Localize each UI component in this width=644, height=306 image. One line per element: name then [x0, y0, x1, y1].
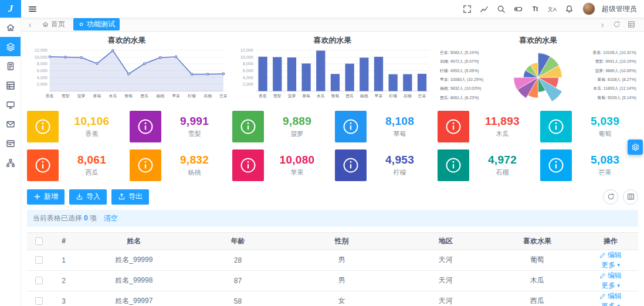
tab-active-label: 功能测试 [87, 19, 115, 29]
sidebar-item-mail[interactable] [0, 114, 21, 134]
column-header: 地区 [400, 232, 492, 250]
header-toolbar: Tt文A 超级管理员 [460, 2, 644, 15]
add-button-label: 新增 [44, 192, 58, 202]
stat-card: 10,080苹果 [232, 148, 330, 182]
sidebar-item-monitor[interactable] [0, 95, 21, 114]
sidebar-item-home[interactable] [0, 18, 21, 37]
svg-text:石榴: 4972人 (5.07%): 石榴: 4972人 (5.07%) [440, 59, 479, 64]
linechart-icon[interactable] [477, 2, 490, 15]
svg-text:芒果: 芒果 [219, 94, 227, 98]
stat-value: 9,832 [161, 154, 228, 166]
row-checkbox[interactable] [35, 277, 43, 284]
tab-home-label: 首页 [51, 19, 65, 29]
pie-chart-title: 喜欢的水果 [438, 35, 638, 46]
column-header: 性别 [284, 232, 400, 250]
cell-age: 28 [192, 250, 283, 270]
svg-text:芒果: 芒果 [418, 94, 426, 98]
sidebar-item-grid[interactable] [0, 76, 21, 95]
admin-name[interactable]: 超级管理员 [602, 4, 637, 14]
columns-setting-button[interactable] [623, 189, 638, 205]
caret-down-icon: ▾ [617, 283, 620, 288]
switch-icon[interactable] [511, 2, 524, 15]
cell-fruit: 木瓜 [492, 270, 583, 291]
row-checkbox[interactable] [35, 256, 43, 264]
stat-card: 9,991雪梨 [130, 110, 228, 144]
stat-card: 4,972石榴 [438, 148, 535, 182]
svg-text:苹果: 苹果 [172, 94, 180, 98]
fontsize-icon[interactable]: Tt [528, 2, 541, 15]
bell-icon[interactable] [562, 2, 575, 15]
refresh-icon[interactable] [613, 21, 621, 29]
user-avatar[interactable] [582, 2, 595, 15]
edit-link[interactable]: 编辑 [599, 291, 622, 301]
svg-text:苹果: 苹果 [374, 94, 382, 98]
caret-down-icon: ▾ [617, 303, 620, 306]
add-button[interactable]: 新增 [27, 189, 65, 205]
tab-active[interactable]: 功能测试 [73, 18, 120, 30]
column-header: 姓名 [76, 232, 192, 250]
stat-card: 9,832杨桃 [130, 148, 228, 182]
cell-name: 姓名_99998 [76, 270, 192, 291]
import-button[interactable]: 导入 [69, 189, 107, 205]
svg-text:菠萝: 9889人 (10.09%): 菠萝: 9889人 (10.09%) [595, 69, 636, 73]
cell-age: 87 [192, 270, 283, 291]
sidebar-item-layers[interactable] [0, 37, 21, 56]
svg-text:杨桃: 9832人 (10.03%): 杨桃: 9832人 (10.03%) [439, 86, 481, 91]
more-link[interactable]: 更多▾ [601, 260, 620, 270]
layout-grid-icon[interactable] [628, 21, 636, 29]
clear-selection-link[interactable]: 清空 [104, 214, 118, 222]
more-link[interactable]: 更多▾ [601, 281, 620, 291]
info-icon [130, 111, 161, 142]
row-checkbox[interactable] [35, 297, 43, 305]
line-chart-title: 喜欢的水果 [27, 35, 227, 46]
sidebar-item-doc[interactable] [0, 56, 21, 76]
stat-value: 9,991 [161, 115, 228, 128]
select-all-checkbox[interactable] [35, 237, 43, 245]
info-icon [540, 149, 572, 181]
svg-text:4,000: 4,000 [37, 75, 48, 80]
hamburger-icon[interactable] [26, 2, 39, 15]
tab-home[interactable]: 首页 [38, 18, 70, 30]
refresh-table-button[interactable] [603, 189, 618, 205]
translate-icon[interactable]: 文A [545, 2, 558, 15]
tab-bar: ‹ 首页 功能测试 › [21, 18, 644, 32]
cell-name: 姓名_99999 [76, 250, 192, 270]
stat-card: 9,889菠萝 [232, 110, 330, 144]
svg-text:苹果: 10080人 (10.29%): 苹果: 10080人 (10.29%) [440, 77, 483, 82]
alert-text: 当前表格已选择 [33, 214, 82, 222]
import-button-label: 导入 [86, 192, 100, 202]
svg-text:10,000: 10,000 [35, 55, 48, 60]
stat-value: 8,061 [59, 154, 125, 166]
edit-link[interactable]: 编辑 [599, 250, 622, 260]
more-link[interactable]: 更多▾ [601, 301, 620, 306]
bar-chart-panel: 喜欢的水果 2,0004,0006,0008,00010,00012,000香蕉… [233, 35, 433, 105]
svg-text:芒果: 5083人 (5.19%): 芒果: 5083人 (5.19%) [440, 50, 479, 55]
sidebar-item-card[interactable] [0, 134, 21, 153]
info-icon [232, 111, 264, 142]
chevron-right-icon[interactable]: › [598, 21, 606, 29]
cell-gender: 男 [284, 270, 400, 291]
info-icon [232, 149, 264, 181]
table-row: 1姓名_9999928男天河葡萄编辑更多▾ [27, 250, 638, 270]
stat-label: 柠檬 [367, 168, 433, 177]
svg-text:12,000: 12,000 [240, 47, 253, 53]
svg-text:石榴: 石榴 [204, 94, 212, 98]
app-logo[interactable]: J [0, 0, 21, 18]
svg-text:葡萄: 葡萄 [124, 94, 133, 98]
chevron-left-icon[interactable]: ‹ [26, 21, 34, 29]
fullscreen-icon[interactable] [460, 2, 473, 15]
search-icon[interactable] [494, 2, 507, 15]
info-icon [335, 111, 367, 142]
info-icon [335, 149, 367, 181]
export-button[interactable]: 导出 [111, 189, 149, 205]
stat-card: 8,061西瓜 [27, 148, 125, 182]
stat-label: 菠萝 [264, 130, 330, 138]
svg-text:菠萝: 菠萝 [287, 94, 296, 98]
stat-label: 苹果 [264, 168, 330, 177]
sidebar-item-tree[interactable] [0, 153, 21, 172]
edit-link[interactable]: 编辑 [599, 271, 622, 281]
settings-gear-button[interactable] [628, 140, 643, 155]
bar-chart: 2,0004,0006,0008,00010,00012,000香蕉雪梨菠萝草莓… [233, 46, 433, 105]
stat-label: 杨桃 [161, 168, 228, 177]
svg-text:文A: 文A [548, 6, 557, 12]
